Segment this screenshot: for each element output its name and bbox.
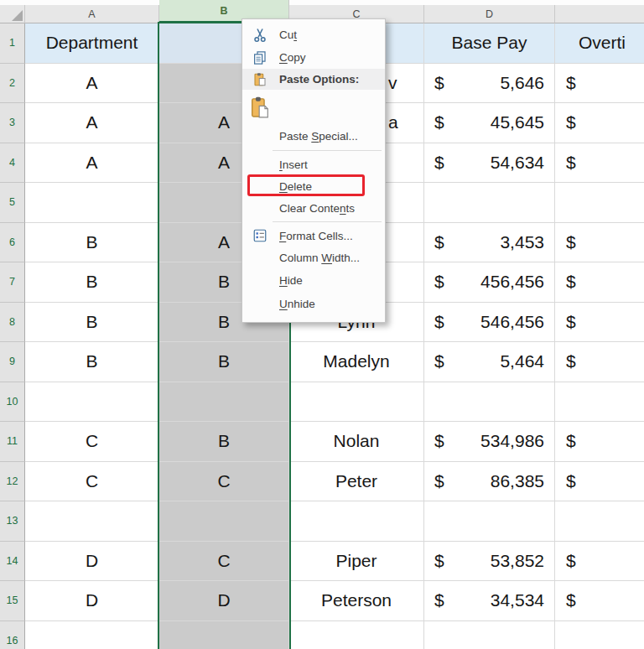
cell-B16[interactable] — [159, 621, 289, 649]
cell-B9[interactable]: B — [159, 342, 289, 382]
row-header-7[interactable]: 7 — [0, 262, 25, 303]
cell-E4[interactable]: $ — [555, 143, 644, 184]
cell-A1[interactable]: Department — [25, 23, 159, 64]
cell-A4[interactable]: A — [25, 143, 159, 184]
menu-item-delete[interactable]: Delete — [242, 175, 385, 197]
cell-B10[interactable] — [159, 382, 289, 423]
cell-A3[interactable]: A — [25, 103, 159, 143]
menu-item-paste-button[interactable] — [242, 90, 385, 125]
cell-A9[interactable]: B — [25, 342, 159, 382]
cell-E14[interactable]: $ — [555, 542, 644, 582]
row-header-3[interactable]: 3 — [0, 103, 25, 143]
cell-C13[interactable] — [289, 501, 424, 542]
cell-D4[interactable]: $54,634 — [424, 143, 555, 184]
column-header-e[interactable] — [555, 5, 644, 23]
row-header-2[interactable]: 2 — [0, 64, 25, 104]
cell-E11[interactable]: $ — [555, 422, 644, 462]
cell-E7[interactable]: $ — [555, 262, 644, 303]
menu-label-post: ts — [346, 202, 356, 215]
cell-D11[interactable]: $534,986 — [424, 422, 555, 462]
cell-D2[interactable]: $5,646 — [424, 64, 555, 104]
cell-B15[interactable]: D — [159, 581, 289, 621]
cell-E16[interactable] — [555, 621, 644, 649]
cell-D15[interactable]: $34,534 — [424, 581, 555, 621]
cell-E2[interactable]: $ — [555, 64, 644, 104]
cell-B11[interactable]: B — [159, 422, 289, 462]
row-header-9[interactable]: 9 — [0, 342, 25, 382]
cell-E9[interactable]: $ — [555, 342, 644, 382]
cell-C16[interactable] — [289, 621, 424, 649]
cell-A14[interactable]: D — [25, 542, 159, 582]
cell-E12[interactable]: $ — [555, 462, 644, 502]
row-header-14[interactable]: 14 — [0, 542, 25, 582]
cell-E13[interactable] — [555, 501, 644, 542]
cell-A16[interactable] — [25, 621, 159, 649]
cell-A11[interactable]: C — [25, 422, 159, 462]
cell-D9[interactable]: $5,464 — [424, 342, 555, 382]
menu-item-hide[interactable]: Hide — [242, 268, 385, 292]
cell-A13[interactable] — [25, 501, 159, 542]
excel-window: A B C D 1DepartmentBase PayOverti2Av$5,6… — [0, 0, 644, 649]
cell-C10[interactable] — [289, 382, 424, 423]
cell-E5[interactable] — [555, 183, 644, 223]
row-header-1[interactable]: 1 — [0, 23, 25, 64]
row-header-11[interactable]: 11 — [0, 422, 25, 462]
row-header-12[interactable]: 12 — [0, 462, 25, 502]
cell-D6[interactable]: $3,453 — [424, 223, 555, 263]
cell-C11[interactable]: Nolan — [289, 422, 424, 462]
row-header-15[interactable]: 15 — [0, 581, 25, 621]
row-header-16[interactable]: 16 — [0, 621, 25, 649]
cell-B14[interactable]: C — [159, 542, 289, 582]
cell-A5[interactable] — [25, 183, 159, 223]
menu-item-paste-special[interactable]: Paste Special... — [242, 125, 385, 148]
cell-D10[interactable] — [424, 382, 555, 423]
cell-E3[interactable]: $ — [555, 103, 644, 143]
menu-item-cut[interactable]: Cut — [242, 23, 385, 46]
menu-item-copy[interactable]: Copy — [242, 46, 385, 69]
menu-item-format-cells[interactable]: Format Cells... — [242, 225, 385, 247]
cell-A7[interactable]: B — [25, 262, 159, 303]
cell-E10[interactable] — [555, 382, 644, 423]
cell-D13[interactable] — [424, 501, 555, 542]
menu-item-unhide[interactable]: Unhide — [242, 292, 385, 315]
cell-D16[interactable] — [424, 621, 555, 649]
cell-C12[interactable]: Peter — [289, 462, 424, 502]
base-pay-value: 54,634 — [491, 153, 544, 173]
select-all-corner[interactable] — [0, 5, 25, 23]
cell-D12[interactable]: $86,385 — [424, 462, 555, 502]
cell-D5[interactable] — [424, 183, 555, 223]
row-header-13[interactable]: 13 — [0, 501, 25, 542]
column-header-a[interactable]: A — [25, 5, 159, 23]
cell-B13[interactable] — [159, 501, 289, 542]
cell-A6[interactable]: B — [25, 223, 159, 263]
menu-item-column-width[interactable]: Column Width... — [242, 247, 385, 268]
cell-A2[interactable]: A — [25, 64, 159, 104]
cell-A10[interactable] — [25, 382, 159, 423]
menu-label-post: nhide — [288, 298, 315, 310]
cell-A8[interactable]: B — [25, 303, 159, 343]
cell-E6[interactable]: $ — [555, 223, 644, 263]
cell-E8[interactable]: $ — [555, 303, 644, 343]
cell-B12[interactable]: C — [159, 462, 289, 502]
cell-C14[interactable]: Piper — [289, 542, 424, 582]
row-header-5[interactable]: 5 — [0, 183, 25, 223]
menu-item-insert[interactable]: Insert — [242, 153, 385, 175]
row-header-6[interactable]: 6 — [0, 223, 25, 263]
cell-D1[interactable]: Base Pay — [424, 23, 555, 64]
cell-D14[interactable]: $53,852 — [424, 542, 555, 582]
row-header-8[interactable]: 8 — [0, 303, 25, 343]
cell-D8[interactable]: $546,456 — [424, 303, 555, 343]
cell-D3[interactable]: $45,645 — [424, 103, 555, 143]
row-header-10[interactable]: 10 — [0, 382, 25, 423]
menu-item-label: Copy — [279, 51, 306, 64]
cell-C15[interactable]: Peterson — [289, 581, 424, 621]
cell-D7[interactable]: $456,456 — [424, 262, 555, 303]
cell-C9[interactable]: Madelyn — [289, 342, 424, 382]
menu-item-clear-contents[interactable]: Clear Contents — [242, 197, 385, 219]
cell-E15[interactable]: $ — [555, 581, 644, 621]
row-header-4[interactable]: 4 — [0, 143, 25, 184]
column-header-d[interactable]: D — [424, 5, 555, 23]
cell-A12[interactable]: C — [25, 462, 159, 502]
cell-A15[interactable]: D — [25, 581, 159, 621]
cell-E1[interactable]: Overti — [555, 23, 644, 64]
